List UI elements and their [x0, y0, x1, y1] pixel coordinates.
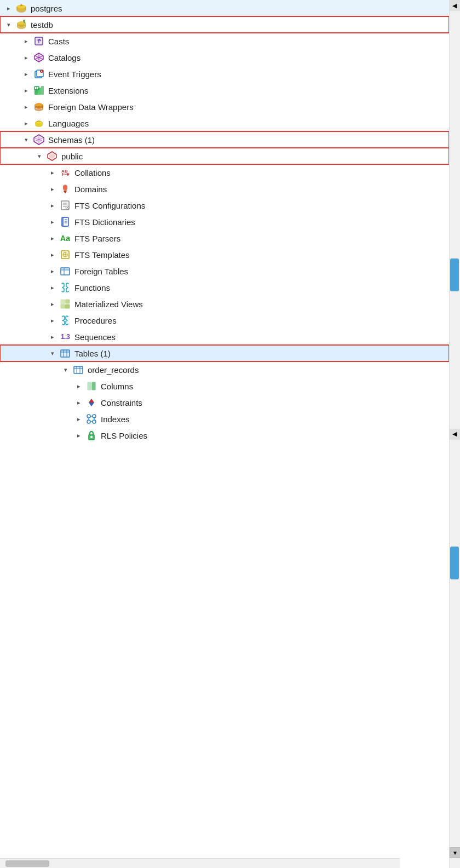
svg-rect-68: [61, 304, 65, 308]
foreign-tables-label: Foreign Tables: [74, 267, 128, 276]
tables-icon: [59, 347, 71, 359]
procedures-item[interactable]: Procedures: [0, 312, 449, 329]
schemas-arrow: [22, 135, 31, 144]
domains-label: Domains: [74, 185, 107, 194]
foreign-tables-arrow: [48, 267, 57, 275]
svg-point-93: [90, 436, 93, 438]
constraints-item[interactable]: Constraints: [0, 394, 449, 411]
extensions-item[interactable]: Extensions: [0, 82, 449, 99]
svg-rect-82: [92, 382, 95, 390]
svg-point-10: [23, 20, 25, 22]
columns-label: Columns: [101, 382, 133, 391]
order-records-item[interactable]: order_records: [0, 361, 449, 378]
fts-parsers-arrow: [48, 234, 57, 243]
event-triggers-item[interactable]: Event Triggers: [0, 66, 449, 82]
tables-item[interactable]: Tables (1): [0, 345, 449, 361]
procedures-arrow: [48, 316, 57, 325]
scroll-down-button[interactable]: ▼: [450, 847, 460, 858]
fts-config-item[interactable]: FTS Configurations: [0, 197, 449, 214]
indexes-label: Indexes: [101, 415, 130, 424]
mat-views-icon: [59, 298, 71, 310]
postgres-icon: [15, 2, 27, 14]
fdw-icon: [33, 101, 45, 113]
fdw-arrow: [22, 102, 31, 111]
collations-item[interactable]: A B Collations: [0, 164, 449, 181]
mat-views-label: Materialized Views: [74, 300, 143, 309]
public-item[interactable]: public: [0, 148, 449, 164]
casts-item[interactable]: f Casts: [0, 33, 449, 49]
collapse-panel-button[interactable]: ◀: [449, 0, 460, 11]
sequences-item[interactable]: 1..3 Sequences: [0, 329, 449, 345]
testdb-arrow: [4, 20, 13, 29]
fts-dict-icon: [59, 216, 71, 228]
fdw-item[interactable]: Foreign Data Wrappers: [0, 99, 449, 115]
catalogs-arrow: [22, 53, 31, 62]
functions-arrow: [48, 283, 57, 292]
event-triggers-icon: [33, 68, 45, 80]
rls-icon: [85, 429, 97, 441]
fts-parsers-item[interactable]: Aa FTS Parsers: [0, 230, 449, 246]
fts-config-arrow: [48, 201, 57, 210]
testdb-item[interactable]: testdb: [0, 16, 449, 33]
languages-item[interactable]: Languages: [0, 115, 449, 131]
fts-templates-icon: [59, 249, 71, 261]
svg-rect-69: [65, 304, 70, 308]
columns-item[interactable]: Columns: [0, 378, 449, 394]
horizontal-scrollbar[interactable]: [0, 858, 400, 868]
fts-dict-label: FTS Dictionaries: [74, 217, 135, 227]
svg-rect-80: [74, 366, 83, 369]
languages-arrow: [22, 119, 31, 128]
order-records-icon: [72, 364, 84, 376]
fts-dict-item[interactable]: FTS Dictionaries: [0, 214, 449, 230]
vertical-scroll-thumb-1[interactable]: [450, 258, 459, 291]
svg-point-45: [64, 186, 67, 189]
rls-item[interactable]: RLS Policies: [0, 427, 449, 444]
fts-templates-item[interactable]: FTS Templates: [0, 246, 449, 263]
svg-rect-25: [38, 88, 41, 95]
functions-icon: [59, 281, 71, 294]
horizontal-scroll-thumb[interactable]: [5, 860, 49, 867]
constraints-label: Constraints: [101, 398, 142, 407]
expand-panel-button[interactable]: ◀: [449, 429, 460, 440]
svg-point-85: [93, 415, 96, 418]
svg-rect-26: [41, 86, 44, 95]
vertical-scroll-thumb-2[interactable]: [450, 547, 459, 579]
functions-item[interactable]: Functions: [0, 279, 449, 296]
fts-config-icon: [59, 199, 71, 211]
catalogs-label: Catalogs: [48, 53, 81, 62]
domains-item[interactable]: Domains: [0, 181, 449, 197]
scroll-track: [450, 11, 460, 835]
event-triggers-label: Event Triggers: [48, 70, 101, 79]
order-records-label: order_records: [88, 365, 139, 375]
fts-parsers-icon: Aa: [59, 232, 71, 244]
extensions-arrow: [22, 86, 31, 95]
svg-point-31: [35, 103, 43, 106]
postgres-item[interactable]: postgres: [0, 0, 449, 16]
svg-rect-75: [61, 350, 70, 352]
fts-templates-label: FTS Templates: [74, 250, 130, 260]
public-icon: [46, 150, 58, 162]
vertical-scrollbar[interactable]: ▲ ▼ ◀ ◀: [449, 0, 460, 868]
schemas-item[interactable]: Schemas (1): [0, 131, 449, 148]
columns-arrow: [74, 382, 83, 390]
fts-config-label: FTS Configurations: [74, 201, 145, 210]
indexes-item[interactable]: Indexes: [0, 411, 449, 427]
svg-marker-42: [49, 153, 55, 159]
mat-views-item[interactable]: Materialized Views: [0, 296, 449, 312]
schemas-icon: [33, 134, 45, 146]
constraints-arrow: [74, 398, 83, 407]
casts-label: Casts: [48, 37, 69, 46]
svg-point-86: [87, 420, 90, 423]
domains-arrow: [48, 185, 57, 193]
public-arrow: [35, 152, 44, 160]
schemas-label: Schemas (1): [48, 135, 95, 145]
foreign-tables-item[interactable]: Foreign Tables: [0, 263, 449, 279]
casts-icon: f: [33, 35, 45, 47]
svg-rect-54: [63, 217, 68, 226]
tables-label: Tables (1): [74, 349, 111, 358]
public-label: public: [61, 152, 83, 161]
functions-label: Functions: [74, 283, 110, 292]
casts-arrow: [22, 37, 31, 45]
indexes-icon: [85, 413, 97, 425]
catalogs-item[interactable]: Catalogs: [0, 49, 449, 66]
